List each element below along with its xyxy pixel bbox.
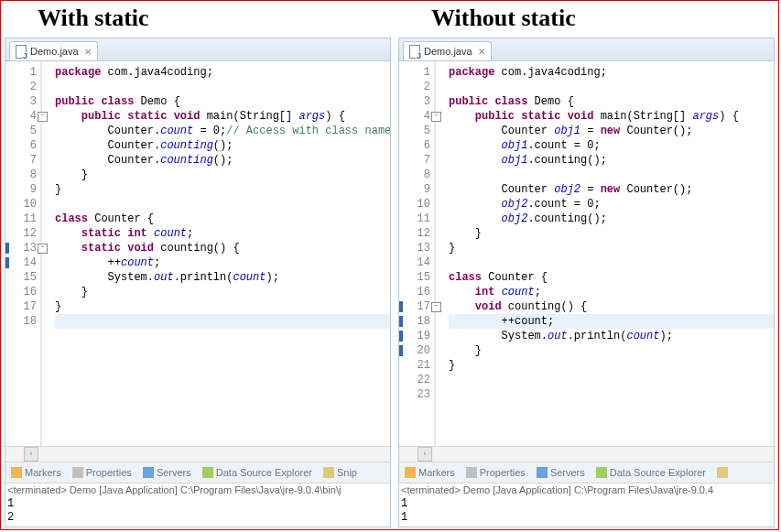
code-line[interactable]: } bbox=[55, 285, 390, 299]
horizontal-scrollbar[interactable]: ‹ bbox=[5, 446, 390, 461]
console-line: 1 bbox=[401, 497, 772, 511]
line-number: 7 bbox=[5, 153, 37, 168]
scroll-left-icon[interactable]: ‹ bbox=[418, 447, 432, 461]
code-line[interactable]: ++count; bbox=[55, 255, 390, 270]
line-number: 6 bbox=[5, 138, 37, 153]
code-line[interactable]: obj2.count = 0; bbox=[449, 197, 774, 212]
view-label: Properties bbox=[86, 467, 132, 478]
collapse-icon[interactable]: - bbox=[431, 302, 441, 312]
code-area[interactable]: 1234-5678910111213-1415161718 package co… bbox=[5, 61, 390, 446]
close-icon[interactable]: ✕ bbox=[84, 47, 92, 57]
view-servers[interactable]: Servers bbox=[137, 467, 197, 478]
code-line[interactable]: obj2.counting(); bbox=[449, 212, 774, 226]
code-line[interactable]: } bbox=[55, 299, 390, 314]
code-line[interactable]: public class Demo { bbox=[55, 94, 390, 109]
view-servers[interactable]: Servers bbox=[531, 467, 591, 478]
code-line[interactable]: Counter.counting(); bbox=[55, 153, 390, 168]
code-line[interactable]: class Counter { bbox=[55, 212, 390, 226]
line-number: 2 bbox=[5, 80, 37, 94]
code-line[interactable] bbox=[55, 80, 390, 94]
code-line[interactable]: public static void main(String[] args) { bbox=[449, 109, 774, 124]
code-line[interactable]: package com.java4coding; bbox=[55, 65, 390, 80]
view-label: Data Source Explorer bbox=[216, 467, 312, 478]
horizontal-scrollbar[interactable]: ‹ bbox=[399, 446, 774, 461]
line-number: 5 bbox=[5, 124, 37, 138]
code-line[interactable]: package com.java4coding; bbox=[449, 65, 774, 80]
line-number: 11 bbox=[399, 212, 430, 226]
java-file-icon bbox=[16, 45, 27, 59]
code-line[interactable]: static void counting() { bbox=[55, 241, 390, 255]
servers-icon bbox=[537, 467, 548, 478]
code-line[interactable] bbox=[449, 373, 774, 387]
line-number: 19 bbox=[399, 329, 430, 343]
code-line[interactable]: int count; bbox=[449, 285, 774, 299]
code-line[interactable]: } bbox=[55, 168, 390, 182]
view-data-source[interactable]: Data Source Explorer bbox=[197, 467, 318, 478]
view-properties[interactable]: Properties bbox=[461, 467, 531, 478]
view-label: Markers bbox=[418, 467, 455, 478]
line-number: 12 bbox=[399, 226, 430, 241]
code-line[interactable]: System.out.println(count); bbox=[449, 329, 774, 343]
code-line[interactable] bbox=[449, 80, 774, 94]
view-properties[interactable]: Properties bbox=[67, 467, 137, 478]
line-number: 5 bbox=[399, 124, 430, 138]
servers-icon bbox=[143, 467, 154, 478]
code-line[interactable]: public static void main(String[] args) { bbox=[55, 109, 390, 124]
collapse-icon[interactable]: - bbox=[431, 112, 441, 122]
console-line: 1 bbox=[7, 497, 388, 511]
code-line[interactable]: public class Demo { bbox=[449, 94, 774, 109]
console-line: 1 bbox=[401, 511, 772, 525]
view-label: Markers bbox=[25, 467, 61, 478]
view-data-source[interactable]: Data Source Explorer bbox=[591, 467, 711, 478]
scroll-left-icon[interactable]: ‹ bbox=[24, 447, 38, 461]
code-line[interactable]: } bbox=[55, 182, 390, 197]
line-number: 13- bbox=[5, 241, 37, 255]
change-marker-icon bbox=[399, 345, 403, 356]
code-line[interactable] bbox=[55, 314, 390, 329]
code-line[interactable]: obj1.counting(); bbox=[449, 153, 774, 168]
code-area[interactable]: 1234-567891011121314151617-181920212223 … bbox=[399, 61, 774, 446]
code-line[interactable] bbox=[55, 197, 390, 212]
view-snippets[interactable]: Snip bbox=[318, 467, 363, 478]
code-line[interactable]: } bbox=[449, 358, 774, 373]
code-body[interactable]: package com.java4coding;public class Dem… bbox=[436, 61, 774, 446]
code-line[interactable] bbox=[449, 387, 774, 402]
view-snippets[interactable] bbox=[711, 467, 736, 478]
tab-label: Demo.java bbox=[424, 46, 472, 57]
view-label: Snip bbox=[337, 467, 357, 478]
snippets-icon bbox=[717, 467, 728, 478]
code-body[interactable]: package com.java4coding;public class Dem… bbox=[42, 61, 390, 446]
code-line[interactable]: } bbox=[449, 343, 774, 358]
code-line[interactable]: } bbox=[449, 241, 774, 255]
code-line[interactable]: static int count; bbox=[55, 226, 390, 241]
change-marker-icon bbox=[399, 331, 403, 342]
view-markers[interactable]: Markers bbox=[5, 467, 67, 478]
code-line[interactable]: } bbox=[449, 226, 774, 241]
code-line[interactable]: System.out.println(count); bbox=[55, 270, 390, 285]
view-markers[interactable]: Markers bbox=[399, 467, 461, 478]
console-header: <terminated> Demo [Java Application] C:\… bbox=[401, 483, 772, 497]
properties-icon bbox=[466, 467, 477, 478]
code-line[interactable]: Counter obj1 = new Counter(); bbox=[449, 124, 774, 138]
line-gutter: 1234-5678910111213-1415161718 bbox=[5, 61, 42, 446]
code-line[interactable]: ++count; bbox=[449, 314, 774, 329]
code-line[interactable]: Counter obj2 = new Counter(); bbox=[449, 182, 774, 197]
code-line[interactable]: obj1.count = 0; bbox=[449, 138, 774, 153]
tab-demo-java[interactable]: Demo.java ✕ bbox=[9, 41, 98, 60]
tab-demo-java[interactable]: Demo.java ✕ bbox=[403, 41, 492, 60]
code-line[interactable]: void counting() { bbox=[449, 299, 774, 314]
code-line[interactable] bbox=[449, 255, 774, 270]
views-bar: Markers Properties Servers Data Source E… bbox=[5, 461, 390, 483]
collapse-icon[interactable]: - bbox=[38, 244, 48, 254]
collapse-icon[interactable]: - bbox=[38, 112, 48, 122]
view-label: Properties bbox=[480, 467, 526, 478]
code-line[interactable]: Counter.count = 0;// Access with class n… bbox=[55, 124, 390, 138]
code-line[interactable]: class Counter { bbox=[449, 270, 774, 285]
code-line[interactable]: Counter.counting(); bbox=[55, 138, 390, 153]
line-number: 14 bbox=[5, 255, 37, 270]
code-line[interactable] bbox=[449, 168, 774, 182]
line-number: 6 bbox=[399, 138, 430, 153]
console: <terminated> Demo [Java Application] C:\… bbox=[5, 483, 390, 527]
line-number: 12 bbox=[5, 226, 37, 241]
close-icon[interactable]: ✕ bbox=[478, 47, 485, 57]
